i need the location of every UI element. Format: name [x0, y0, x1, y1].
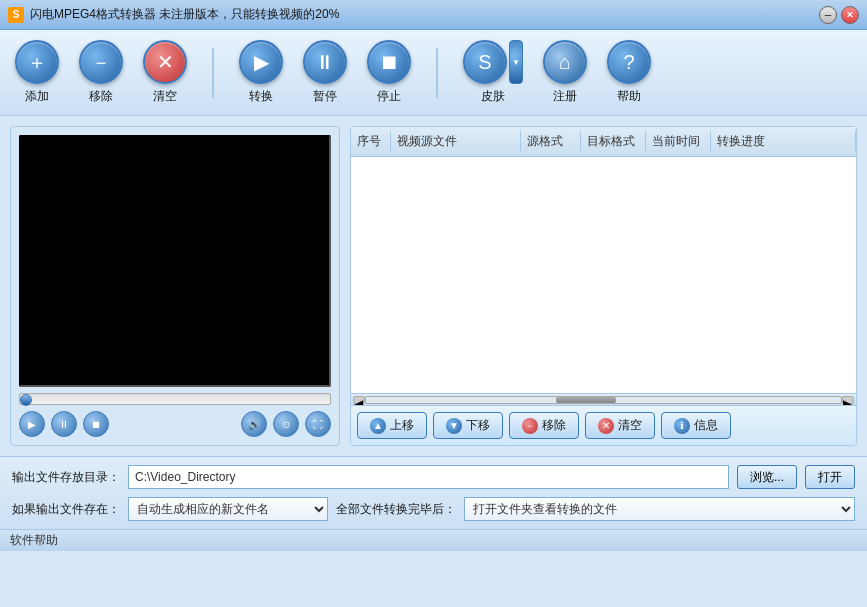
move-down-icon: ▼ — [446, 418, 462, 434]
video-controls: ▶ ⏸ ⏹ 🔊 ⊙ ⛶ — [19, 411, 331, 437]
add-button[interactable]: ＋ 添加 — [15, 40, 59, 105]
output-path-input[interactable] — [128, 465, 729, 489]
info-label: 信息 — [694, 417, 718, 434]
status-text: 软件帮助 — [10, 532, 58, 549]
register-icon: ⌂ — [543, 40, 587, 84]
vc-stop-button[interactable]: ⏹ — [83, 411, 109, 437]
scroll-right-btn[interactable]: ▶ — [842, 396, 854, 404]
if-exists-label: 如果输出文件存在： — [12, 501, 120, 518]
play-button[interactable]: ▶ — [19, 411, 45, 437]
move-up-label: 上移 — [390, 417, 414, 434]
file-panel: 序号 视频源文件 源格式 目标格式 当前时间 转换进度 ◀ ▶ ▲ 上移 ▼ 下… — [350, 126, 857, 446]
move-down-button[interactable]: ▼ 下移 — [433, 412, 503, 439]
separator-1 — [212, 48, 214, 98]
video-progress-thumb[interactable] — [20, 394, 32, 406]
file-table-scrollbar[interactable]: ◀ ▶ — [351, 393, 856, 405]
convert-icon: ▶ — [239, 40, 283, 84]
after-all-select[interactable]: 打开文件夹查看转换的文件 — [464, 497, 855, 521]
action-remove-icon: － — [522, 418, 538, 434]
info-button[interactable]: ℹ 信息 — [661, 412, 731, 439]
remove-icon: － — [79, 40, 123, 84]
output-label: 输出文件存放目录： — [12, 469, 120, 486]
col-header-prog: 转换进度 — [711, 131, 856, 152]
register-button[interactable]: ⌂ 注册 — [543, 40, 587, 105]
add-label: 添加 — [25, 88, 49, 105]
status-bar: 软件帮助 — [0, 529, 867, 551]
info-icon: ℹ — [674, 418, 690, 434]
file-table-header: 序号 视频源文件 源格式 目标格式 当前时间 转换进度 — [351, 127, 856, 157]
window-controls: ─ ✕ — [819, 6, 859, 24]
pause-icon: ⏸ — [303, 40, 347, 84]
help-icon: ? — [607, 40, 651, 84]
clear-icon: ✕ — [143, 40, 187, 84]
scrollbar-track[interactable] — [365, 396, 842, 404]
stop-button[interactable]: ⏹ 停止 — [367, 40, 411, 105]
move-up-icon: ▲ — [370, 418, 386, 434]
stop-label: 停止 — [377, 88, 401, 105]
skin-label: 皮肤 — [481, 88, 505, 105]
options-row: 如果输出文件存在： 自动生成相应的新文件名 全部文件转换完毕后： 打开文件夹查看… — [12, 497, 855, 521]
col-header-fmt: 源格式 — [521, 131, 581, 152]
scroll-left-btn[interactable]: ◀ — [353, 396, 365, 404]
stop-icon: ⏹ — [367, 40, 411, 84]
vc-pause-button[interactable]: ⏸ — [51, 411, 77, 437]
screenshot-button[interactable]: ⊙ — [273, 411, 299, 437]
open-button[interactable]: 打开 — [805, 465, 855, 489]
remove-label: 移除 — [89, 88, 113, 105]
skin-button[interactable]: S ▼ 皮肤 — [463, 40, 523, 105]
help-label: 帮助 — [617, 88, 641, 105]
skin-icon: S — [463, 40, 507, 84]
separator-2 — [436, 48, 438, 98]
convert-button[interactable]: ▶ 转换 — [239, 40, 283, 105]
title-bar: S 闪电MPEG4格式转换器 未注册版本，只能转换视频的20% ─ ✕ — [0, 0, 867, 30]
action-remove-button[interactable]: － 移除 — [509, 412, 579, 439]
action-clear-button[interactable]: ✕ 清空 — [585, 412, 655, 439]
toolbar: ＋ 添加 － 移除 ✕ 清空 ▶ 转换 ⏸ 暂停 ⏹ 停止 S ▼ 皮肤 ⌂ 注… — [0, 30, 867, 116]
video-progress-bar[interactable] — [19, 393, 331, 405]
video-display — [19, 135, 331, 387]
volume-button[interactable]: 🔊 — [241, 411, 267, 437]
skin-dropdown[interactable]: ▼ — [509, 40, 523, 84]
title-bar-text: 闪电MPEG4格式转换器 未注册版本，只能转换视频的20% — [30, 6, 819, 23]
main-content: ▶ ⏸ ⏹ 🔊 ⊙ ⛶ 序号 视频源文件 源格式 目标格式 当前时间 转换进度 … — [0, 116, 867, 456]
minimize-button[interactable]: ─ — [819, 6, 837, 24]
output-row: 输出文件存放目录： 浏览... 打开 — [12, 465, 855, 489]
clear-button[interactable]: ✕ 清空 — [143, 40, 187, 105]
convert-label: 转换 — [249, 88, 273, 105]
col-header-time: 当前时间 — [646, 131, 711, 152]
browse-button[interactable]: 浏览... — [737, 465, 797, 489]
scrollbar-thumb[interactable] — [556, 397, 616, 403]
pause-label: 暂停 — [313, 88, 337, 105]
clear-label: 清空 — [153, 88, 177, 105]
help-button[interactable]: ? 帮助 — [607, 40, 651, 105]
col-header-src: 视频源文件 — [391, 131, 521, 152]
if-exists-select[interactable]: 自动生成相应的新文件名 — [128, 497, 328, 521]
after-all-label: 全部文件转换完毕后： — [336, 501, 456, 518]
fullscreen-button[interactable]: ⛶ — [305, 411, 331, 437]
close-button[interactable]: ✕ — [841, 6, 859, 24]
bottom-section: 输出文件存放目录： 浏览... 打开 如果输出文件存在： 自动生成相应的新文件名… — [0, 456, 867, 529]
remove-button[interactable]: － 移除 — [79, 40, 123, 105]
action-remove-label: 移除 — [542, 417, 566, 434]
move-up-button[interactable]: ▲ 上移 — [357, 412, 427, 439]
action-buttons: ▲ 上移 ▼ 下移 － 移除 ✕ 清空 ℹ 信息 — [351, 405, 856, 445]
action-clear-label: 清空 — [618, 417, 642, 434]
video-panel: ▶ ⏸ ⏹ 🔊 ⊙ ⛶ — [10, 126, 340, 446]
pause-button[interactable]: ⏸ 暂停 — [303, 40, 347, 105]
col-header-tgt: 目标格式 — [581, 131, 646, 152]
add-icon: ＋ — [15, 40, 59, 84]
file-table-body[interactable] — [351, 157, 856, 393]
col-header-idx: 序号 — [351, 131, 391, 152]
action-clear-icon: ✕ — [598, 418, 614, 434]
register-label: 注册 — [553, 88, 577, 105]
move-down-label: 下移 — [466, 417, 490, 434]
app-icon: S — [8, 7, 24, 23]
